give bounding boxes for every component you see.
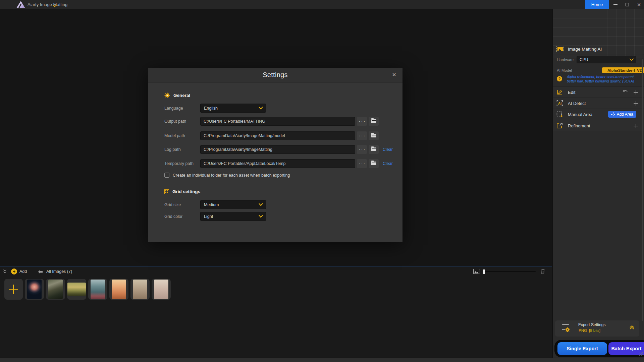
export-format: PNG xyxy=(579,328,587,333)
language-label: Language xyxy=(164,106,200,111)
thumbnail-forest-rocks[interactable] xyxy=(46,279,65,300)
app-menu-chevron-icon[interactable] xyxy=(53,3,57,9)
section-refinement[interactable]: Refinement xyxy=(553,120,644,131)
output-path-input[interactable]: C:/Users/FC Portables/MATTING xyxy=(200,117,355,126)
language-select[interactable]: English xyxy=(200,104,266,113)
export-settings-icon xyxy=(561,323,571,333)
ai-model-row: AI Model AlphaStandard V2 xyxy=(553,67,644,74)
open-folder-button[interactable] xyxy=(369,145,379,154)
app-title: Aiarty Image Matting xyxy=(28,2,67,7)
trash-icon[interactable] xyxy=(540,268,545,276)
thumbnail-white-dress[interactable] xyxy=(152,279,171,300)
open-folder-button[interactable] xyxy=(369,117,379,126)
ai-model-label: AI Model xyxy=(557,68,572,72)
model-help-icon[interactable]: ? xyxy=(557,76,562,81)
thumbnail-jellyfish[interactable] xyxy=(25,279,44,300)
resize-grip-icon[interactable] xyxy=(639,352,643,356)
thumbnail-zoom-slider[interactable] xyxy=(483,271,536,272)
open-folder-button[interactable] xyxy=(369,159,379,168)
open-folder-button[interactable] xyxy=(369,131,379,140)
titlebar: Aiarty Image Matting Home ✕ xyxy=(0,0,644,9)
add-image-tile[interactable] xyxy=(4,279,23,300)
browse-dots-button[interactable]: · · · xyxy=(357,145,367,154)
dialog-title: Settings xyxy=(148,71,402,79)
export-settings-title: Export Settings xyxy=(578,322,605,327)
grid-color-select[interactable]: Light xyxy=(200,212,266,221)
model-path-input[interactable]: C:/ProgramData/Aiarty/ImageMatting/model xyxy=(200,131,355,140)
minimize-icon xyxy=(613,4,618,5)
section-label: Manual Area xyxy=(568,112,592,117)
checkbox-unchecked[interactable] xyxy=(164,173,169,178)
expand-plus-icon[interactable] xyxy=(633,123,638,128)
section-ai-detect[interactable]: AI AI Detect xyxy=(553,98,644,109)
dialog-close-button[interactable]: ✕ xyxy=(390,71,398,78)
expand-plus-icon[interactable] xyxy=(633,101,638,106)
home-button[interactable]: Home xyxy=(585,0,609,9)
model-path-label: Model path xyxy=(164,133,200,138)
output-path-row: Output path C:/Users/FC Portables/MATTIN… xyxy=(164,117,379,126)
grid-size-select[interactable]: Medium xyxy=(200,200,266,209)
log-path-row: Log path C:/ProgramData/Aiarty/ImageMatt… xyxy=(164,145,393,154)
temporary-path-input[interactable]: C:/Users/FC Portables/AppData/Local/Temp xyxy=(200,159,355,168)
thumbnail-list xyxy=(4,279,171,300)
folder-icon xyxy=(371,162,376,165)
single-export-button[interactable]: Single Export xyxy=(557,342,607,355)
thumbnail-tan-flowers[interactable] xyxy=(130,279,150,300)
back-arrow-icon[interactable] xyxy=(38,269,43,275)
panel-title-row: Image Matting AI xyxy=(556,46,602,52)
chevron-down-icon xyxy=(259,202,263,207)
clear-temp-link[interactable]: Clear xyxy=(383,161,393,166)
add-area-button[interactable]: Add Area xyxy=(608,111,636,118)
app-window: Aiarty Image Matting Home ✕ Image Mattin… xyxy=(0,0,644,362)
log-path-input[interactable]: C:/ProgramData/Aiarty/ImageMatting xyxy=(200,145,355,154)
section-manual-area[interactable]: Manual Area Add Area xyxy=(553,109,644,120)
thumbnail-bicycle[interactable] xyxy=(67,279,86,300)
sidebar-scrollbar[interactable] xyxy=(642,59,643,321)
collapse-panel-icon[interactable] xyxy=(3,269,7,275)
ai-model-select[interactable]: AlphaStandard V2 xyxy=(577,67,636,74)
clear-log-link[interactable]: Clear xyxy=(383,147,393,152)
restore-icon xyxy=(626,3,629,6)
hardware-select[interactable]: CPU xyxy=(577,56,636,63)
language-row: Language English xyxy=(164,104,266,113)
thumbnail-red-dress[interactable] xyxy=(88,279,107,300)
toolbar-divider xyxy=(34,268,34,275)
slider-handle[interactable] xyxy=(483,269,485,274)
log-path-label: Log path xyxy=(164,147,200,152)
chevron-down-icon xyxy=(259,214,263,219)
gear-icon xyxy=(164,93,170,98)
crosshair-plus-icon xyxy=(611,112,615,116)
model-info-text: Alpha refinement, better semi-transparen… xyxy=(567,75,637,83)
all-images-label[interactable]: All Images (7) xyxy=(46,269,72,274)
browse-dots-button[interactable]: · · · xyxy=(357,131,367,140)
section-divider xyxy=(164,185,386,185)
svg-text:AI: AI xyxy=(558,102,561,105)
model-path-row: Model path C:/ProgramData/Aiarty/ImageMa… xyxy=(164,131,379,140)
folder-icon xyxy=(371,134,376,137)
individual-folder-option[interactable]: Create an individual folder for each ass… xyxy=(164,173,290,178)
section-edit[interactable]: Edit xyxy=(553,86,644,98)
chevron-down-icon xyxy=(630,57,634,62)
image-matting-ai-icon xyxy=(556,46,564,52)
thumbnail-size-icon xyxy=(473,269,480,274)
ai-detect-icon: AI xyxy=(556,100,563,108)
undo-icon[interactable] xyxy=(622,90,628,96)
add-image-label[interactable]: Add xyxy=(19,269,27,274)
minimize-button[interactable] xyxy=(611,0,620,9)
temporary-path-label: Temporary path xyxy=(164,161,200,166)
close-window-button[interactable]: ✕ xyxy=(635,0,643,9)
checkbox-label: Create an individual folder for each ass… xyxy=(173,173,290,178)
collapse-up-icon[interactable] xyxy=(629,325,635,331)
panel-title: Image Matting AI xyxy=(568,47,602,52)
hardware-label: Hardware xyxy=(557,58,574,62)
export-settings-panel[interactable]: Export Settings PNG [8 bits] xyxy=(555,320,639,337)
browse-dots-button[interactable]: · · · xyxy=(357,159,367,168)
grid-size-label: Grid size xyxy=(164,202,200,207)
temporary-path-row: Temporary path C:/Users/FC Portables/App… xyxy=(164,159,393,168)
browse-dots-button[interactable]: · · · xyxy=(357,117,367,126)
thumbnail-peach-flowers[interactable] xyxy=(109,279,128,300)
batch-export-button[interactable]: Batch Export xyxy=(608,342,644,355)
add-image-button[interactable]: + xyxy=(11,268,17,275)
restore-button[interactable] xyxy=(623,0,632,9)
expand-plus-icon[interactable] xyxy=(633,90,638,95)
